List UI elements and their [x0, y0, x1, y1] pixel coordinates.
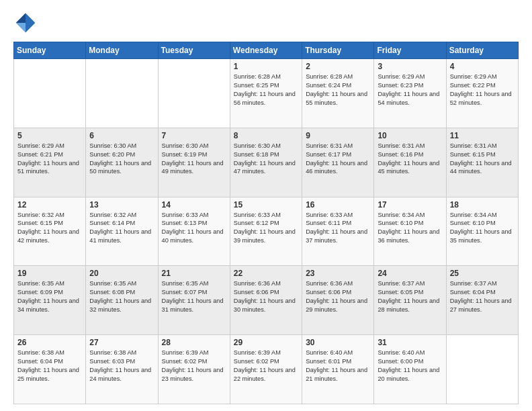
calendar-cell: 7Sunrise: 6:30 AM Sunset: 6:19 PM Daylig…: [158, 128, 230, 197]
header-tuesday: Tuesday: [158, 42, 230, 59]
day-info: Sunrise: 6:40 AM Sunset: 6:01 PM Dayligh…: [306, 349, 370, 383]
calendar-cell: 29Sunrise: 6:39 AM Sunset: 6:02 PM Dayli…: [230, 335, 302, 404]
header: [13, 11, 519, 35]
calendar-table: SundayMondayTuesdayWednesdayThursdayFrid…: [13, 42, 519, 404]
day-number: 3: [378, 62, 442, 71]
day-info: Sunrise: 6:39 AM Sunset: 6:02 PM Dayligh…: [234, 349, 298, 383]
calendar-cell: 20Sunrise: 6:35 AM Sunset: 6:08 PM Dayli…: [86, 266, 158, 335]
day-info: Sunrise: 6:29 AM Sunset: 6:21 PM Dayligh…: [17, 142, 82, 177]
calendar-cell: 10Sunrise: 6:31 AM Sunset: 6:16 PM Dayli…: [374, 128, 446, 197]
calendar-cell: 23Sunrise: 6:36 AM Sunset: 6:06 PM Dayli…: [302, 266, 374, 335]
calendar-cell: 5Sunrise: 6:29 AM Sunset: 6:21 PM Daylig…: [14, 128, 86, 197]
header-monday: Monday: [86, 42, 158, 59]
day-info: Sunrise: 6:35 AM Sunset: 6:07 PM Dayligh…: [162, 279, 226, 314]
calendar-cell: 22Sunrise: 6:36 AM Sunset: 6:06 PM Dayli…: [230, 266, 302, 335]
day-info: Sunrise: 6:39 AM Sunset: 6:02 PM Dayligh…: [162, 349, 226, 383]
day-number: 28: [162, 338, 226, 347]
calendar-cell: 14Sunrise: 6:33 AM Sunset: 6:13 PM Dayli…: [158, 197, 230, 266]
day-number: 31: [378, 338, 442, 347]
day-number: 22: [234, 269, 298, 278]
day-info: Sunrise: 6:35 AM Sunset: 6:09 PM Dayligh…: [17, 279, 82, 314]
week-row-1: 5Sunrise: 6:29 AM Sunset: 6:21 PM Daylig…: [14, 128, 519, 197]
day-info: Sunrise: 6:32 AM Sunset: 6:14 PM Dayligh…: [89, 211, 154, 246]
week-row-2: 12Sunrise: 6:32 AM Sunset: 6:15 PM Dayli…: [14, 197, 519, 266]
calendar-cell: 6Sunrise: 6:30 AM Sunset: 6:20 PM Daylig…: [86, 128, 158, 197]
day-info: Sunrise: 6:28 AM Sunset: 6:25 PM Dayligh…: [234, 73, 298, 107]
day-info: Sunrise: 6:31 AM Sunset: 6:17 PM Dayligh…: [306, 142, 370, 177]
header-wednesday: Wednesday: [230, 42, 302, 59]
day-number: 2: [306, 62, 370, 71]
day-number: 30: [306, 338, 370, 347]
day-info: Sunrise: 6:37 AM Sunset: 6:04 PM Dayligh…: [450, 279, 515, 314]
day-info: Sunrise: 6:30 AM Sunset: 6:20 PM Dayligh…: [89, 142, 154, 177]
calendar-header-row: SundayMondayTuesdayWednesdayThursdayFrid…: [14, 42, 519, 59]
calendar-cell: 13Sunrise: 6:32 AM Sunset: 6:14 PM Dayli…: [86, 197, 158, 266]
day-info: Sunrise: 6:36 AM Sunset: 6:06 PM Dayligh…: [306, 279, 370, 314]
calendar-cell: 15Sunrise: 6:33 AM Sunset: 6:12 PM Dayli…: [230, 197, 302, 266]
header-sunday: Sunday: [14, 42, 86, 59]
calendar-cell: 12Sunrise: 6:32 AM Sunset: 6:15 PM Dayli…: [14, 197, 86, 266]
calendar-cell: 26Sunrise: 6:38 AM Sunset: 6:04 PM Dayli…: [14, 335, 86, 404]
day-info: Sunrise: 6:31 AM Sunset: 6:16 PM Dayligh…: [378, 142, 442, 177]
day-number: 12: [17, 200, 82, 210]
day-number: 4: [450, 62, 515, 71]
day-number: 7: [162, 131, 226, 140]
svg-marker-2: [16, 23, 26, 32]
calendar-cell: 28Sunrise: 6:39 AM Sunset: 6:02 PM Dayli…: [158, 335, 230, 404]
day-info: Sunrise: 6:29 AM Sunset: 6:22 PM Dayligh…: [450, 73, 515, 107]
logo-icon: [13, 11, 38, 35]
day-number: 20: [89, 269, 154, 278]
calendar-cell: 17Sunrise: 6:34 AM Sunset: 6:10 PM Dayli…: [374, 197, 446, 266]
day-info: Sunrise: 6:33 AM Sunset: 6:12 PM Dayligh…: [234, 211, 298, 246]
calendar-cell: [158, 59, 230, 128]
day-number: 9: [306, 131, 370, 140]
header-saturday: Saturday: [446, 42, 518, 59]
day-number: 29: [234, 338, 298, 347]
calendar-cell: [446, 335, 518, 404]
calendar-cell: 18Sunrise: 6:34 AM Sunset: 6:10 PM Dayli…: [446, 197, 518, 266]
day-info: Sunrise: 6:30 AM Sunset: 6:19 PM Dayligh…: [162, 142, 226, 177]
day-number: 24: [378, 269, 442, 278]
day-number: 8: [234, 131, 298, 140]
calendar-cell: [86, 59, 158, 128]
week-row-3: 19Sunrise: 6:35 AM Sunset: 6:09 PM Dayli…: [14, 266, 519, 335]
day-number: 19: [17, 269, 82, 278]
calendar-cell: 16Sunrise: 6:33 AM Sunset: 6:11 PM Dayli…: [302, 197, 374, 266]
day-info: Sunrise: 6:37 AM Sunset: 6:05 PM Dayligh…: [378, 279, 442, 314]
day-number: 27: [89, 338, 154, 347]
calendar-cell: 27Sunrise: 6:38 AM Sunset: 6:03 PM Dayli…: [86, 335, 158, 404]
day-number: 25: [450, 269, 515, 278]
day-info: Sunrise: 6:33 AM Sunset: 6:11 PM Dayligh…: [306, 211, 370, 246]
calendar-cell: 21Sunrise: 6:35 AM Sunset: 6:07 PM Dayli…: [158, 266, 230, 335]
day-number: 11: [450, 131, 515, 140]
day-number: 13: [89, 200, 154, 210]
day-info: Sunrise: 6:32 AM Sunset: 6:15 PM Dayligh…: [17, 211, 82, 246]
day-number: 14: [162, 200, 226, 210]
header-thursday: Thursday: [302, 42, 374, 59]
day-info: Sunrise: 6:40 AM Sunset: 6:00 PM Dayligh…: [378, 349, 442, 383]
header-friday: Friday: [374, 42, 446, 59]
day-info: Sunrise: 6:31 AM Sunset: 6:15 PM Dayligh…: [450, 142, 515, 177]
day-info: Sunrise: 6:33 AM Sunset: 6:13 PM Dayligh…: [162, 211, 226, 246]
day-number: 15: [234, 200, 298, 210]
week-row-4: 26Sunrise: 6:38 AM Sunset: 6:04 PM Dayli…: [14, 335, 519, 404]
calendar-cell: 2Sunrise: 6:28 AM Sunset: 6:24 PM Daylig…: [302, 59, 374, 128]
day-info: Sunrise: 6:34 AM Sunset: 6:10 PM Dayligh…: [450, 211, 515, 246]
calendar-cell: 25Sunrise: 6:37 AM Sunset: 6:04 PM Dayli…: [446, 266, 518, 335]
day-number: 6: [89, 131, 154, 140]
day-number: 17: [378, 200, 442, 210]
day-number: 21: [162, 269, 226, 278]
calendar-cell: 24Sunrise: 6:37 AM Sunset: 6:05 PM Dayli…: [374, 266, 446, 335]
calendar-cell: [14, 59, 86, 128]
day-info: Sunrise: 6:34 AM Sunset: 6:10 PM Dayligh…: [378, 211, 442, 246]
day-info: Sunrise: 6:30 AM Sunset: 6:18 PM Dayligh…: [234, 142, 298, 177]
day-number: 26: [17, 338, 82, 347]
day-info: Sunrise: 6:29 AM Sunset: 6:23 PM Dayligh…: [378, 73, 442, 107]
calendar-cell: 8Sunrise: 6:30 AM Sunset: 6:18 PM Daylig…: [230, 128, 302, 197]
svg-marker-0: [26, 13, 35, 23]
calendar-cell: 4Sunrise: 6:29 AM Sunset: 6:22 PM Daylig…: [446, 59, 518, 128]
calendar-cell: 9Sunrise: 6:31 AM Sunset: 6:17 PM Daylig…: [302, 128, 374, 197]
page: SundayMondayTuesdayWednesdayThursdayFrid…: [0, 0, 532, 411]
calendar-cell: 3Sunrise: 6:29 AM Sunset: 6:23 PM Daylig…: [374, 59, 446, 128]
day-info: Sunrise: 6:38 AM Sunset: 6:03 PM Dayligh…: [89, 349, 154, 383]
